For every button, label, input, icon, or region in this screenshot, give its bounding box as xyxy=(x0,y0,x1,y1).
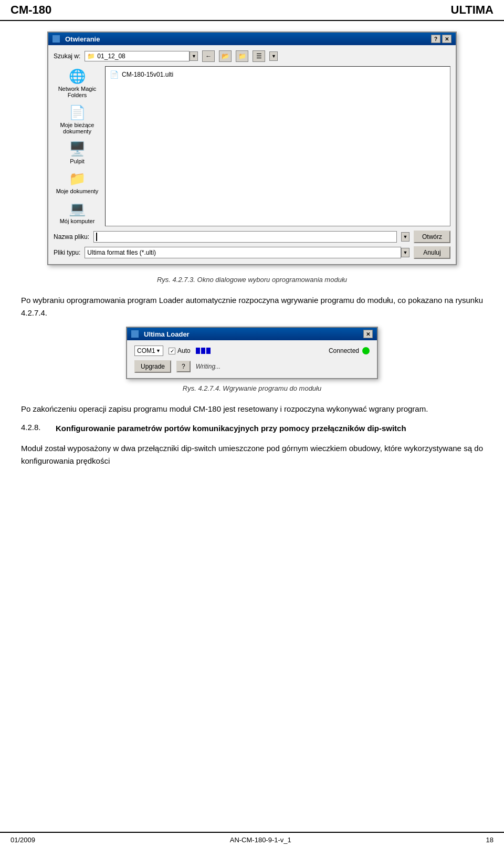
footer-left: 01/2009 xyxy=(10,836,35,844)
open-button[interactable]: Otwórz xyxy=(414,231,450,243)
paragraph-2: Po zakończeniu operacji zapisu programu … xyxy=(21,403,483,415)
sidebar-my-docs-label: Moje dokumenty xyxy=(56,188,99,194)
caption-2: Rys. 4.2.7.4. Wgrywanie programu do modu… xyxy=(21,384,483,392)
computer-icon: 💻 xyxy=(69,201,86,217)
loader-title: Ultima Loader xyxy=(144,330,190,338)
checkbox-box[interactable]: ✓ xyxy=(169,348,175,354)
loader-body: COM1 ▼ ✓ Auto Connected xyxy=(127,340,377,378)
dialog-titlebar-buttons: ? ✕ xyxy=(431,35,452,43)
page-header: CM-180 ULTIMA xyxy=(0,0,504,21)
filename-row: Nazwa pliku: ▼ Otwórz xyxy=(54,231,450,243)
header-left: CM-180 xyxy=(10,3,51,17)
filename-input[interactable] xyxy=(93,231,397,243)
loader-dialog: Ultima Loader ✕ COM1 ▼ ✓ Auto xyxy=(126,327,378,379)
folder-combo[interactable]: 📁 01_12_08 ▼ xyxy=(85,51,198,61)
filetype-value: Ultima format files (*.ulti) xyxy=(87,249,156,256)
close-button[interactable]: ✕ xyxy=(442,35,452,43)
loader-row-1: COM1 ▼ ✓ Auto Connected xyxy=(134,346,370,356)
dialog-main-area: 🌐 Network Magic Folders 📄 Moje bieżące d… xyxy=(54,66,450,226)
sidebar-network-label: Network Magic Folders xyxy=(55,86,100,98)
loader-titlebar-buttons: ✕ xyxy=(363,330,373,338)
dialog-titlebar: Otwieranie ? ✕ xyxy=(48,33,456,45)
sidebar-desktop-label: Pulpit xyxy=(70,158,85,164)
dialog-sidebar: 🌐 Network Magic Folders 📄 Moje bieżące d… xyxy=(54,66,101,226)
status-label: Connected xyxy=(329,347,359,354)
dialog-title-area: Otwieranie xyxy=(52,35,100,43)
section-number: 4.2.8. xyxy=(21,423,47,435)
open-dialog: Otwieranie ? ✕ Szukaj w: 📁 01_12_08 ▼ ← xyxy=(47,32,457,265)
status-area: Connected xyxy=(329,347,370,354)
loader-icon xyxy=(131,330,139,338)
com-label: COM1 xyxy=(137,347,155,354)
filename-label: Nazwa pliku: xyxy=(54,233,89,240)
filetype-combo[interactable]: Ultima format files (*.ulti) ▼ xyxy=(85,247,410,258)
folder-combo-arrow[interactable]: ▼ xyxy=(190,51,198,61)
cancel-button[interactable]: Anuluj xyxy=(414,246,450,259)
desktop-icon: 🖥️ xyxy=(69,141,86,157)
com-select[interactable]: COM1 ▼ xyxy=(134,346,163,356)
paragraph-1: Po wybraniu oprogramowania program Loade… xyxy=(21,294,483,319)
filetype-arrow[interactable]: ▼ xyxy=(401,248,410,257)
loader-row-2: Upgrade ? Writing... xyxy=(134,360,370,373)
folder-combo-box[interactable]: 📁 01_12_08 xyxy=(85,51,190,61)
file-icon: 📄 xyxy=(110,70,119,79)
file-item[interactable]: 📄 CM-180-15v01.ulti xyxy=(108,69,448,80)
sidebar-computer-label: Mój komputer xyxy=(60,218,95,224)
new-folder-button[interactable]: 📁 xyxy=(236,50,248,62)
indicator-3 xyxy=(206,348,211,354)
sidebar-my-docs[interactable]: 📁 Moje dokumenty xyxy=(54,169,101,196)
indicators xyxy=(196,348,211,354)
filename-arrow[interactable]: ▼ xyxy=(401,232,410,242)
writing-label: Writing... xyxy=(196,363,220,370)
section-heading: Konfigurowanie parametrów portów komunik… xyxy=(56,423,406,435)
docs-icon: 📄 xyxy=(69,104,86,121)
view-arrow[interactable]: ▼ xyxy=(269,51,278,61)
page-footer: 01/2009 AN-CM-180-9-1-v_1 18 xyxy=(0,832,504,847)
up-button[interactable]: 📂 xyxy=(219,50,232,62)
filetype-input[interactable]: Ultima format files (*.ulti) xyxy=(85,247,401,258)
filetype-label: Pliki typu: xyxy=(54,249,80,256)
question-button[interactable]: ? xyxy=(176,361,191,372)
upgrade-button[interactable]: Upgrade xyxy=(134,360,171,373)
sidebar-my-computer[interactable]: 💻 Mój komputer xyxy=(54,198,101,226)
my-docs-icon: 📁 xyxy=(69,171,86,187)
dialog-body: Szukaj w: 📁 01_12_08 ▼ ← 📂 📁 ☰ ▼ xyxy=(48,45,456,264)
status-dot xyxy=(362,347,370,354)
help-button[interactable]: ? xyxy=(431,35,440,43)
dialog-icon xyxy=(52,35,60,43)
section-header: 4.2.8. Konfigurowanie parametrów portów … xyxy=(21,423,483,435)
indicator-2 xyxy=(201,348,205,354)
loader-close-button[interactable]: ✕ xyxy=(363,330,373,338)
loader-title-area: Ultima Loader xyxy=(131,330,190,338)
caption-1: Rys. 4.2.7.3. Okno dialogowe wyboru opro… xyxy=(21,276,483,284)
dialog-bottom: Nazwa pliku: ▼ Otwórz Pliki typu: Ultima… xyxy=(54,231,450,259)
header-right: ULTIMA xyxy=(451,3,494,17)
folder-name: 01_12_08 xyxy=(97,53,125,60)
com-arrow: ▼ xyxy=(156,348,161,353)
footer-right: 18 xyxy=(486,836,494,844)
loader-titlebar: Ultima Loader ✕ xyxy=(127,328,377,340)
indicator-1 xyxy=(196,348,200,354)
auto-label: Auto xyxy=(177,347,191,354)
main-content: Otwieranie ? ✕ Szukaj w: 📁 01_12_08 ▼ ← xyxy=(0,21,504,485)
footer-center: AN-CM-180-9-1-v_1 xyxy=(230,836,291,844)
network-icon: 🌐 xyxy=(69,68,86,85)
sidebar-network[interactable]: 🌐 Network Magic Folders xyxy=(54,66,101,100)
filetype-row: Pliki typu: Ultima format files (*.ulti)… xyxy=(54,246,450,259)
sidebar-desktop[interactable]: 🖥️ Pulpit xyxy=(54,139,101,166)
search-label: Szukaj w: xyxy=(54,53,80,60)
sidebar-current-docs-label: Moje bieżące dokumenty xyxy=(55,122,100,134)
dialog-toolbar: Szukaj w: 📁 01_12_08 ▼ ← 📂 📁 ☰ ▼ xyxy=(54,50,450,62)
paragraph-3: Moduł został wyposażony w dwa przełączni… xyxy=(21,442,483,467)
auto-checkbox[interactable]: ✓ Auto xyxy=(169,347,191,354)
folder-icon: 📁 xyxy=(87,53,95,60)
back-button[interactable]: ← xyxy=(202,50,215,62)
sidebar-current-docs[interactable]: 📄 Moje bieżące dokumenty xyxy=(54,102,101,137)
dialog-title: Otwieranie xyxy=(65,35,100,43)
dialog-file-area[interactable]: 📄 CM-180-15v01.ulti xyxy=(105,66,450,226)
view-button[interactable]: ☰ xyxy=(253,50,265,62)
cursor xyxy=(96,233,97,241)
file-name: CM-180-15v01.ulti xyxy=(122,71,173,78)
